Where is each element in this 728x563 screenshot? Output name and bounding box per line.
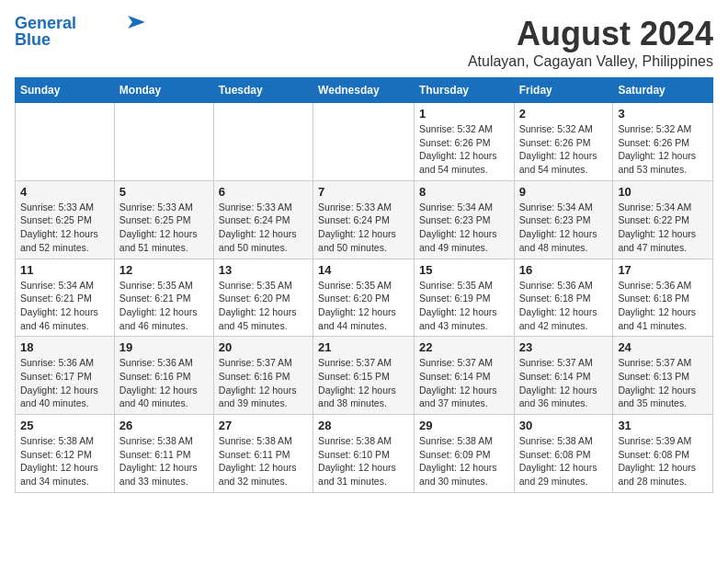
calendar-cell: 17Sunrise: 5:36 AMSunset: 6:18 PMDayligh… xyxy=(613,259,713,337)
day-info: Sunrise: 5:37 AMSunset: 6:14 PMDaylight:… xyxy=(519,356,609,410)
day-number: 2 xyxy=(519,107,609,121)
main-title: August 2024 xyxy=(468,15,713,53)
day-info: Sunrise: 5:37 AMSunset: 6:14 PMDaylight:… xyxy=(419,356,509,410)
week-row-4: 18Sunrise: 5:36 AMSunset: 6:17 PMDayligh… xyxy=(16,337,713,415)
column-header-tuesday: Tuesday xyxy=(213,78,313,103)
calendar-cell: 20Sunrise: 5:37 AMSunset: 6:16 PMDayligh… xyxy=(213,337,313,415)
week-row-5: 25Sunrise: 5:38 AMSunset: 6:12 PMDayligh… xyxy=(16,415,713,493)
calendar-cell: 26Sunrise: 5:38 AMSunset: 6:11 PMDayligh… xyxy=(114,415,213,493)
column-header-thursday: Thursday xyxy=(414,78,514,103)
column-header-wednesday: Wednesday xyxy=(313,78,415,103)
title-block: August 2024 Atulayan, Cagayan Valley, Ph… xyxy=(468,15,713,70)
day-info: Sunrise: 5:34 AMSunset: 6:22 PMDaylight:… xyxy=(618,201,708,255)
day-number: 11 xyxy=(20,263,109,277)
logo-icon xyxy=(124,16,146,29)
column-header-friday: Friday xyxy=(514,78,613,103)
calendar-cell xyxy=(114,103,213,181)
column-header-saturday: Saturday xyxy=(613,78,713,103)
calendar-cell: 5Sunrise: 5:33 AMSunset: 6:25 PMDaylight… xyxy=(114,180,213,259)
calendar-cell: 21Sunrise: 5:37 AMSunset: 6:15 PMDayligh… xyxy=(313,337,415,415)
calendar-cell: 11Sunrise: 5:34 AMSunset: 6:21 PMDayligh… xyxy=(16,259,115,337)
page-header: General Blue August 2024 Atulayan, Cagay… xyxy=(15,15,713,70)
calendar-header-row: SundayMondayTuesdayWednesdayThursdayFrid… xyxy=(16,78,713,103)
day-info: Sunrise: 5:37 AMSunset: 6:16 PMDaylight:… xyxy=(219,356,308,410)
day-number: 22 xyxy=(419,340,509,354)
day-number: 19 xyxy=(119,340,209,354)
day-number: 10 xyxy=(618,185,708,199)
week-row-1: 1Sunrise: 5:32 AMSunset: 6:26 PMDaylight… xyxy=(16,103,713,181)
day-number: 8 xyxy=(419,185,509,199)
calendar-cell: 22Sunrise: 5:37 AMSunset: 6:14 PMDayligh… xyxy=(414,337,514,415)
day-info: Sunrise: 5:37 AMSunset: 6:13 PMDaylight:… xyxy=(618,356,708,410)
day-info: Sunrise: 5:35 AMSunset: 6:21 PMDaylight:… xyxy=(119,279,209,333)
calendar-cell: 7Sunrise: 5:33 AMSunset: 6:24 PMDaylight… xyxy=(313,180,415,259)
day-info: Sunrise: 5:33 AMSunset: 6:24 PMDaylight:… xyxy=(318,201,409,255)
day-number: 31 xyxy=(618,419,708,432)
calendar-cell: 12Sunrise: 5:35 AMSunset: 6:21 PMDayligh… xyxy=(114,259,213,337)
calendar-cell: 30Sunrise: 5:38 AMSunset: 6:08 PMDayligh… xyxy=(514,415,613,493)
day-number: 17 xyxy=(618,263,708,277)
day-info: Sunrise: 5:38 AMSunset: 6:11 PMDaylight:… xyxy=(219,434,308,488)
day-number: 26 xyxy=(119,419,209,432)
day-info: Sunrise: 5:37 AMSunset: 6:15 PMDaylight:… xyxy=(318,356,409,410)
day-number: 28 xyxy=(318,419,409,432)
day-number: 15 xyxy=(419,263,509,277)
day-number: 30 xyxy=(519,419,609,432)
day-info: Sunrise: 5:32 AMSunset: 6:26 PMDaylight:… xyxy=(519,122,609,177)
logo-text-blue: Blue xyxy=(15,31,51,50)
calendar-cell: 4Sunrise: 5:33 AMSunset: 6:25 PMDaylight… xyxy=(16,180,115,259)
calendar-cell: 16Sunrise: 5:36 AMSunset: 6:18 PMDayligh… xyxy=(514,259,613,337)
day-number: 29 xyxy=(419,419,509,432)
day-info: Sunrise: 5:34 AMSunset: 6:23 PMDaylight:… xyxy=(519,201,609,255)
day-number: 21 xyxy=(318,340,409,354)
day-info: Sunrise: 5:38 AMSunset: 6:11 PMDaylight:… xyxy=(119,434,209,488)
calendar-cell: 10Sunrise: 5:34 AMSunset: 6:22 PMDayligh… xyxy=(613,180,713,259)
calendar-cell: 9Sunrise: 5:34 AMSunset: 6:23 PMDaylight… xyxy=(514,180,613,259)
calendar-cell: 27Sunrise: 5:38 AMSunset: 6:11 PMDayligh… xyxy=(213,415,313,493)
calendar-table: SundayMondayTuesdayWednesdayThursdayFrid… xyxy=(15,77,713,493)
calendar-cell: 18Sunrise: 5:36 AMSunset: 6:17 PMDayligh… xyxy=(16,337,115,415)
day-number: 25 xyxy=(20,419,109,432)
day-info: Sunrise: 5:35 AMSunset: 6:20 PMDaylight:… xyxy=(318,279,409,333)
day-number: 6 xyxy=(219,185,308,199)
day-info: Sunrise: 5:32 AMSunset: 6:26 PMDaylight:… xyxy=(419,122,509,177)
subtitle: Atulayan, Cagayan Valley, Philippines xyxy=(468,53,713,70)
svg-marker-0 xyxy=(128,16,145,29)
calendar-cell: 2Sunrise: 5:32 AMSunset: 6:26 PMDaylight… xyxy=(514,103,613,181)
calendar-cell: 1Sunrise: 5:32 AMSunset: 6:26 PMDaylight… xyxy=(414,103,514,181)
calendar-cell: 8Sunrise: 5:34 AMSunset: 6:23 PMDaylight… xyxy=(414,180,514,259)
day-number: 12 xyxy=(119,263,209,277)
column-header-sunday: Sunday xyxy=(16,78,115,103)
day-number: 18 xyxy=(20,340,109,354)
day-number: 24 xyxy=(618,340,708,354)
calendar-cell xyxy=(213,103,313,181)
day-info: Sunrise: 5:38 AMSunset: 6:09 PMDaylight:… xyxy=(419,434,509,488)
day-info: Sunrise: 5:38 AMSunset: 6:12 PMDaylight:… xyxy=(20,434,109,488)
calendar-cell: 13Sunrise: 5:35 AMSunset: 6:20 PMDayligh… xyxy=(213,259,313,337)
calendar-cell: 15Sunrise: 5:35 AMSunset: 6:19 PMDayligh… xyxy=(414,259,514,337)
calendar-cell: 28Sunrise: 5:38 AMSunset: 6:10 PMDayligh… xyxy=(313,415,415,493)
day-info: Sunrise: 5:32 AMSunset: 6:26 PMDaylight:… xyxy=(618,122,708,177)
day-number: 5 xyxy=(119,185,209,199)
calendar-cell: 24Sunrise: 5:37 AMSunset: 6:13 PMDayligh… xyxy=(613,337,713,415)
day-info: Sunrise: 5:36 AMSunset: 6:17 PMDaylight:… xyxy=(20,356,109,410)
day-number: 27 xyxy=(219,419,308,432)
calendar-cell: 6Sunrise: 5:33 AMSunset: 6:24 PMDaylight… xyxy=(213,180,313,259)
day-info: Sunrise: 5:33 AMSunset: 6:25 PMDaylight:… xyxy=(119,201,209,255)
calendar-cell xyxy=(313,103,415,181)
column-header-monday: Monday xyxy=(114,78,213,103)
week-row-3: 11Sunrise: 5:34 AMSunset: 6:21 PMDayligh… xyxy=(16,259,713,337)
day-info: Sunrise: 5:39 AMSunset: 6:08 PMDaylight:… xyxy=(618,434,708,488)
day-info: Sunrise: 5:35 AMSunset: 6:20 PMDaylight:… xyxy=(219,279,308,333)
day-number: 20 xyxy=(219,340,308,354)
day-number: 14 xyxy=(318,263,409,277)
calendar-cell: 25Sunrise: 5:38 AMSunset: 6:12 PMDayligh… xyxy=(16,415,115,493)
calendar-cell: 14Sunrise: 5:35 AMSunset: 6:20 PMDayligh… xyxy=(313,259,415,337)
day-info: Sunrise: 5:34 AMSunset: 6:23 PMDaylight:… xyxy=(419,201,509,255)
day-number: 7 xyxy=(318,185,409,199)
day-info: Sunrise: 5:35 AMSunset: 6:19 PMDaylight:… xyxy=(419,279,509,333)
day-number: 4 xyxy=(20,185,109,199)
day-number: 23 xyxy=(519,340,609,354)
calendar-cell: 29Sunrise: 5:38 AMSunset: 6:09 PMDayligh… xyxy=(414,415,514,493)
calendar-cell: 23Sunrise: 5:37 AMSunset: 6:14 PMDayligh… xyxy=(514,337,613,415)
